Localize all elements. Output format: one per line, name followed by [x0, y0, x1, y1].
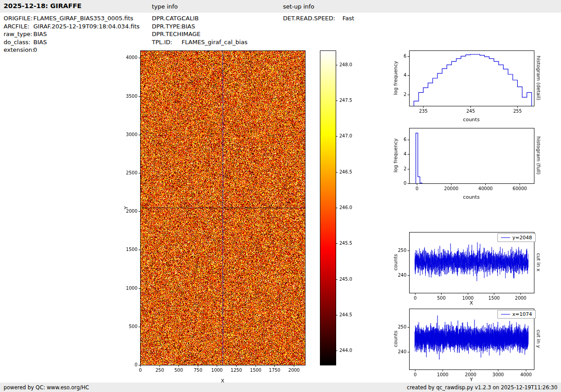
- hist-full-right-label: histogram (full): [536, 137, 542, 175]
- bias-image-plot: [117, 45, 318, 387]
- meta-value: BIAS: [33, 31, 47, 37]
- meta-row-raw-type: raw_type:BIAS: [4, 31, 47, 37]
- meta-label: raw_type:: [4, 31, 33, 37]
- meta-value: CALIB: [182, 15, 199, 22]
- hist-detail-ylabel: log frequency: [393, 61, 399, 95]
- footer-right-text: created by qc_rawdisp.py v1.2.3 on 2025-…: [407, 384, 557, 391]
- cut-x-ylabel: counts: [393, 254, 399, 271]
- meta-value: Fast: [342, 15, 354, 22]
- cut-y-xlabel: Y: [470, 377, 473, 383]
- cut-y-legend: x=1074: [497, 310, 536, 319]
- footer-left-text: powered by QC: www.eso.org/HC: [4, 384, 89, 391]
- meta-row-read-speed: DET.READ.SPEED:Fast: [283, 15, 354, 22]
- meta-value: GIRAF.2025-12-19T09:18:04.034.fits: [33, 23, 140, 30]
- meta-row-origfile: ORIGFILE:FLAMES_GIRAF_BIAS353_0005.fits: [4, 15, 133, 22]
- meta-label: DPR.TECH:: [152, 31, 182, 37]
- cut-x-right-label: cut in x: [536, 253, 542, 272]
- header-bar: 2025-12-18: GIRAFFE type info set-up inf…: [0, 0, 561, 13]
- meta-value: BIAS: [33, 39, 47, 46]
- legend-line-icon: [501, 237, 510, 238]
- meta-value: FLAMES_GIRAF_BIAS353_0005.fits: [33, 15, 133, 22]
- histogram-detail-plot: [397, 45, 541, 124]
- meta-label: ORIGFILE:: [4, 15, 33, 22]
- legend-line-icon: [501, 314, 510, 315]
- meta-row-tpl-id: TPL.ID:FLAMES_giraf_cal_bias: [152, 39, 247, 46]
- meta-row-extension: extension:0: [4, 46, 37, 53]
- meta-value: FLAMES_giraf_cal_bias: [182, 39, 247, 46]
- meta-value: BIAS: [182, 23, 195, 30]
- colorbar: [318, 45, 363, 387]
- meta-label: DPR.TYPE:: [152, 23, 182, 30]
- hist-full-ylabel: log frequency: [393, 138, 399, 172]
- meta-label: ARCFILE:: [4, 23, 33, 30]
- footer-bar: powered by QC: www.eso.org/HC created by…: [0, 383, 561, 392]
- meta-label: do_class:: [4, 39, 33, 46]
- hist-detail-xlabel: counts: [463, 117, 480, 123]
- cut-x-legend-label: y=2048: [512, 235, 532, 241]
- hist-detail-right-label: histogram (detail): [536, 56, 542, 100]
- setup-info-heading: set-up info: [283, 3, 315, 10]
- histogram-full-plot: [397, 123, 541, 201]
- cut-y-right-label: cut in y: [536, 330, 542, 348]
- meta-row-dpr-type: DPR.TYPE:BIAS: [152, 23, 195, 30]
- meta-row-dpr-catg: DPR.CATG:CALIB: [152, 15, 199, 22]
- cut-y-ylabel: counts: [393, 331, 399, 347]
- main-ylabel: Y: [123, 206, 129, 210]
- hist-full-xlabel: counts: [463, 194, 480, 200]
- meta-value: 0: [33, 46, 37, 53]
- meta-label: DPR.CATG:: [152, 15, 182, 22]
- type-info-heading: type info: [152, 3, 178, 10]
- meta-label: extension:: [4, 46, 33, 53]
- cut-y-legend-label: x=1074: [512, 311, 532, 317]
- cut-x-legend: y=2048: [497, 233, 536, 242]
- qc-report-page: 2025-12-18: GIRAFFE type info set-up inf…: [0, 0, 561, 392]
- meta-label: DET.READ.SPEED:: [283, 15, 342, 22]
- meta-row-arcfile: ARCFILE:GIRAF.2025-12-19T09:18:04.034.fi…: [4, 23, 140, 30]
- meta-label: TPL.ID:: [152, 39, 182, 46]
- meta-row-do-class: do_class:BIAS: [4, 39, 47, 46]
- meta-row-dpr-tech: DPR.TECH:IMAGE: [152, 31, 201, 37]
- page-title: 2025-12-18: GIRAFFE: [4, 2, 82, 9]
- meta-value: IMAGE: [182, 31, 201, 37]
